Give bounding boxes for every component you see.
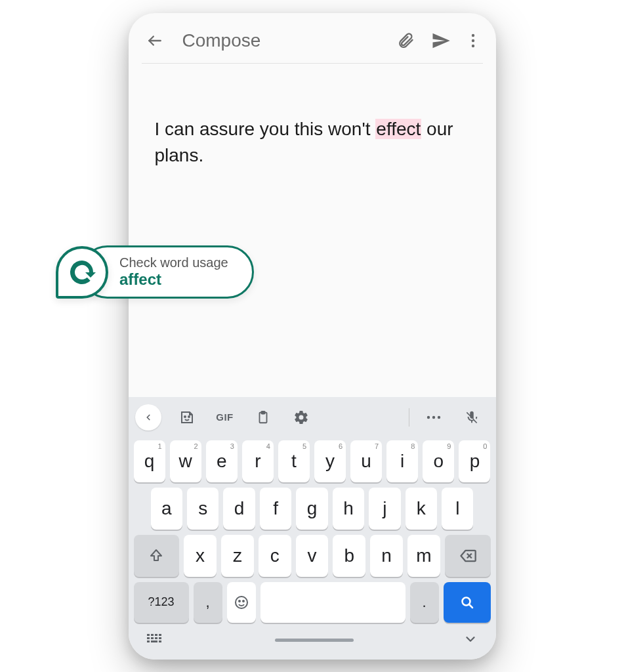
key-q[interactable]: q1	[134, 440, 165, 482]
svg-point-10	[437, 415, 440, 418]
key-i[interactable]: i8	[386, 440, 418, 482]
key-l[interactable]: l	[442, 488, 473, 530]
svg-rect-19	[151, 634, 154, 636]
svg-point-3	[471, 44, 474, 47]
svg-rect-25	[159, 637, 161, 639]
key-w[interactable]: w2	[170, 440, 201, 482]
key-s[interactable]: s	[187, 488, 218, 530]
svg-point-5	[188, 416, 190, 417]
svg-point-1	[471, 33, 474, 36]
svg-point-2	[471, 39, 474, 41]
clipboard-icon[interactable]	[245, 403, 281, 432]
send-button[interactable]	[428, 28, 454, 54]
keyboard-toolbar: GIF	[129, 397, 496, 438]
message-text-before: I can assure you this won't	[155, 119, 376, 139]
svg-point-14	[239, 600, 240, 602]
mic-off-icon[interactable]	[454, 403, 489, 432]
key-b[interactable]: b	[333, 535, 365, 577]
keyboard-row-2: asdfghjkl	[129, 485, 496, 532]
key-g[interactable]: g	[296, 488, 327, 530]
key-t[interactable]: t5	[278, 440, 310, 482]
keyboard-row-3: x z c v b n m	[129, 532, 496, 579]
keyboard-hide-icon[interactable]	[463, 632, 478, 649]
message-body[interactable]: I can assure you this won't effect our p…	[129, 64, 496, 397]
key-v[interactable]: v	[296, 535, 329, 577]
svg-rect-21	[159, 634, 161, 636]
svg-rect-18	[147, 634, 150, 636]
key-k[interactable]: k	[406, 488, 437, 530]
nav-bar	[129, 625, 496, 652]
mode-key[interactable]: ?123	[134, 582, 189, 623]
comma-key[interactable]: ,	[194, 582, 222, 623]
key-n[interactable]: n	[370, 535, 403, 577]
key-d[interactable]: d	[223, 488, 255, 530]
svg-point-4	[184, 416, 186, 417]
grammar-suggestion-popup[interactable]: Check word usage affect	[56, 245, 254, 299]
svg-point-8	[426, 415, 429, 418]
compose-title: Compose	[177, 30, 383, 51]
back-button[interactable]	[142, 28, 168, 54]
svg-rect-28	[159, 640, 161, 642]
svg-point-13	[236, 597, 247, 608]
toolbar-back-button[interactable]	[135, 404, 161, 430]
gif-button[interactable]: GIF	[207, 403, 243, 432]
highlighted-word[interactable]: effect	[375, 119, 421, 139]
key-y[interactable]: y6	[314, 440, 346, 482]
svg-point-15	[243, 600, 244, 602]
key-x[interactable]: x	[184, 535, 217, 577]
suggestion-title: Check word usage	[119, 255, 228, 270]
search-key[interactable]	[444, 582, 491, 623]
keyboard-switch-icon[interactable]	[147, 634, 165, 647]
period-key[interactable]: .	[410, 582, 439, 623]
svg-rect-26	[147, 640, 150, 642]
settings-icon[interactable]	[283, 403, 319, 432]
key-m[interactable]: m	[407, 535, 440, 577]
svg-line-17	[469, 604, 472, 608]
nav-home-pill[interactable]	[275, 639, 354, 642]
grammarly-logo-icon	[56, 246, 108, 299]
key-f[interactable]: f	[260, 488, 291, 530]
key-o[interactable]: o9	[423, 440, 454, 482]
svg-rect-7	[261, 411, 265, 413]
phone-frame: Compose I can assure you this won't effe…	[129, 13, 496, 660]
key-c[interactable]: c	[259, 535, 291, 577]
keyboard-row-4: ?123 , .	[129, 579, 496, 625]
key-z[interactable]: z	[221, 535, 254, 577]
compose-topbar: Compose	[129, 13, 496, 63]
shift-key[interactable]	[134, 535, 180, 577]
svg-point-9	[432, 415, 434, 418]
key-j[interactable]: j	[369, 488, 400, 530]
svg-rect-27	[151, 640, 157, 642]
svg-rect-23	[151, 637, 154, 639]
toolbar-divider	[409, 408, 409, 427]
emoji-key[interactable]	[227, 582, 256, 623]
key-p[interactable]: p0	[459, 440, 490, 482]
key-h[interactable]: h	[333, 488, 364, 530]
svg-rect-22	[147, 637, 150, 639]
keyboard-row-1: q1w2e3r4t5y6u7i8o9p0	[129, 438, 496, 485]
more-button[interactable]	[463, 28, 483, 54]
svg-rect-24	[155, 637, 157, 639]
svg-rect-20	[155, 634, 157, 636]
suggestion-word: affect	[119, 270, 228, 289]
backspace-key[interactable]	[445, 535, 491, 577]
attach-button[interactable]	[392, 28, 419, 54]
more-icon[interactable]	[416, 403, 451, 432]
spacebar[interactable]	[260, 582, 406, 623]
sticker-icon[interactable]	[169, 403, 205, 432]
key-r[interactable]: r4	[242, 440, 274, 482]
key-u[interactable]: u7	[350, 440, 382, 482]
key-a[interactable]: a	[151, 488, 182, 530]
key-e[interactable]: e3	[206, 440, 238, 482]
keyboard: GIF q1w2e3r4t5y6u7i8o9p0 asdfghjkl x z	[129, 397, 496, 660]
